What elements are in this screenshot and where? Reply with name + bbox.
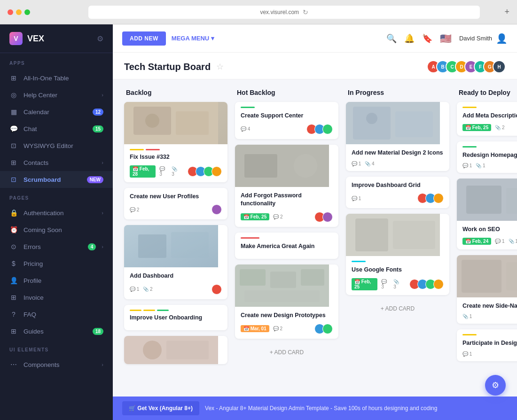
flag-icon[interactable]: 🇺🇸 (440, 33, 452, 44)
sidebar-item-invoice[interactable]: ⊞ Invoice (0, 289, 113, 306)
new-tab-button[interactable]: + (504, 7, 509, 17)
add-new-button[interactable]: ADD NEW (122, 31, 166, 46)
add-card-button[interactable]: + ADD CARD (346, 301, 449, 317)
chevron-right-icon: › (102, 160, 103, 165)
lock-icon: 🔒 (9, 209, 18, 217)
card[interactable]: Make America Great Again (235, 233, 338, 259)
fab-button[interactable]: ⚙ (485, 375, 506, 396)
profile-icon: 👤 (9, 276, 18, 285)
card[interactable]: Create new Side-Navigation 📎 1 (457, 255, 517, 324)
card-body: Create new User Profiles 💬 2 (124, 188, 227, 220)
sidebar-item-contacts[interactable]: ⊞ Contacts › (0, 154, 113, 171)
sidebar-item-label: All-In-One Table (24, 75, 103, 82)
card[interactable]: Improve Dashboard Grid 💬 1 (346, 177, 449, 209)
refresh-icon[interactable]: ↻ (303, 8, 308, 16)
card[interactable]: Add new Material Design 2 Icons 💬 1 📎 4 (346, 102, 449, 171)
card-body: Improve User Onboarding (124, 305, 227, 331)
sidebar-item-coming-soon[interactable]: ⏰ Coming Soon (0, 221, 113, 238)
card-meta: 💬 1 (462, 351, 517, 357)
board-avatars: A B C D E F G H (427, 60, 506, 73)
svg-rect-6 (138, 234, 166, 258)
card-meta: 💬 2 (130, 204, 222, 215)
svg-rect-7 (171, 232, 209, 258)
card-title: Fix Issue #332 (130, 153, 222, 162)
card-title: Add Forgot Password functionality (241, 192, 333, 208)
url-text: vex.visurel.com (260, 9, 299, 16)
svg-rect-18 (301, 269, 324, 286)
mega-menu-button[interactable]: MEGA MENU ▾ (172, 35, 214, 42)
pages-section-label: PAGES (0, 188, 113, 204)
card-body: Improve Dashboard Grid 💬 1 (346, 177, 449, 209)
card-meta: 💬 1 (352, 193, 444, 203)
svg-point-9 (143, 341, 162, 359)
card-attachments: 📎 1 (462, 314, 472, 319)
get-vex-button[interactable]: 🛒 Get Vex (Angular 8+) (122, 401, 199, 415)
card-comments: 💬 1 (352, 161, 361, 166)
card-body: Create new Side-Navigation 📎 1 (457, 297, 517, 324)
maximize-button[interactable] (24, 9, 30, 15)
card[interactable]: Add Forgot Password functionality 📅 Feb,… (235, 145, 338, 227)
card-attachments: 📎 3 (172, 166, 180, 177)
card[interactable]: Use Google Fonts 📅 Feb, 25 💬 3 📎 3 (346, 214, 449, 295)
sidebar-item-pricing[interactable]: $ Pricing (0, 255, 113, 272)
sidebar-item-label: FAQ (24, 311, 103, 318)
svg-rect-16 (240, 269, 266, 286)
kanban-column-in-progress: In Progress (346, 89, 449, 317)
sidebar-item-chat[interactable]: 💬 Chat 15 (0, 120, 113, 137)
search-icon[interactable]: 🔍 (386, 33, 397, 44)
svg-rect-19 (244, 290, 320, 302)
sidebar-item-help-center[interactable]: ◎ Help Center › (0, 86, 113, 103)
board-star-icon[interactable]: ☆ (216, 62, 224, 72)
card-meta: 📅 Feb, 25 📎 2 (462, 124, 517, 131)
card-face (212, 204, 222, 215)
card[interactable]: Add Dashboard 💬 1 📎 2 (124, 225, 227, 299)
sidebar-item-scrumboard[interactable]: ⊡ Scrumboard NEW (0, 171, 113, 188)
card[interactable]: Create new User Profiles 💬 2 (124, 188, 227, 220)
card-title: Create new Design Prototypes (241, 311, 333, 320)
sidebar-item-faq[interactable]: ? FAQ (0, 306, 113, 323)
help-icon: ◎ (9, 91, 18, 99)
minimize-button[interactable] (16, 9, 22, 15)
sidebar-item-calendar[interactable]: ▦ Calendar 12 (0, 103, 113, 120)
sidebar-item-errors[interactable]: ⊙ Errors 4 › (0, 238, 113, 255)
notification-icon[interactable]: 🔔 (404, 33, 415, 44)
chat-icon: 💬 (9, 124, 18, 133)
card-title: Work on SEO (462, 226, 517, 234)
card-date: 📅 Mar, 01 (241, 325, 269, 332)
card[interactable]: Create Support Center 💬 4 (235, 102, 338, 139)
card[interactable]: Fix Issue #332 📅 Feb, 28 💬 3 📎 3 (124, 102, 227, 182)
card[interactable]: Improve User Onboarding (124, 305, 227, 331)
close-button[interactable] (8, 9, 13, 15)
sidebar-item-guides[interactable]: ⊞ Guides 18 (0, 323, 113, 340)
sidebar-item-wysiwyg[interactable]: ⊡ WYSIWYG Editor (0, 137, 113, 154)
card-attachments: 📎 1 (509, 239, 517, 244)
card-face (322, 124, 333, 134)
sidebar-item-components[interactable]: ⋯ Components › (0, 356, 113, 373)
card-comments: 💬 1 (462, 351, 472, 357)
logo-text: VEX (27, 34, 44, 44)
card[interactable]: Work on SEO 📅 Feb, 24 💬 1 📎 1 (457, 179, 517, 249)
card[interactable] (124, 336, 227, 364)
card-attachments: 📎 2 (143, 287, 152, 292)
card-date: 📅 Feb, 25 (462, 124, 491, 131)
card[interactable]: Redesign Homepage 💬 1 📎 1 (457, 141, 517, 173)
mega-menu-label: MEGA MENU (172, 35, 209, 42)
card-title: Participate in Design Conte... (462, 339, 517, 348)
user-avatar-icon: 👤 (496, 33, 508, 44)
sidebar-item-authentication[interactable]: 🔒 Authentication › (0, 204, 113, 221)
add-card-button[interactable]: + ADD CARD (235, 344, 338, 360)
card[interactable]: Add Meta Description 📅 Feb, 25 📎 2 (457, 102, 517, 136)
sidebar-item-profile[interactable]: 👤 Profile (0, 272, 113, 289)
address-bar[interactable]: vex.visurel.com ↻ (88, 6, 480, 19)
bookmark-icon[interactable]: 🔖 (422, 33, 432, 44)
sidebar-settings-icon[interactable]: ⚙ (97, 34, 103, 43)
sidebar-item-all-in-one-table[interactable]: ⊞ All-In-One Table (0, 70, 113, 86)
user-area[interactable]: David Smith 👤 (459, 33, 508, 44)
sidebar-item-label: Calendar (24, 109, 87, 116)
card[interactable]: Participate in Design Conte... 💬 1 (457, 329, 517, 361)
bottom-bar: 🛒 Get Vex (Angular 8+) Vex - Angular 8+ … (113, 397, 517, 420)
card[interactable]: Create new Design Prototypes 📅 Mar, 01 💬… (235, 264, 338, 339)
card-image (457, 179, 517, 221)
svg-rect-13 (244, 154, 277, 178)
card-title: Use Google Fonts (352, 266, 444, 274)
